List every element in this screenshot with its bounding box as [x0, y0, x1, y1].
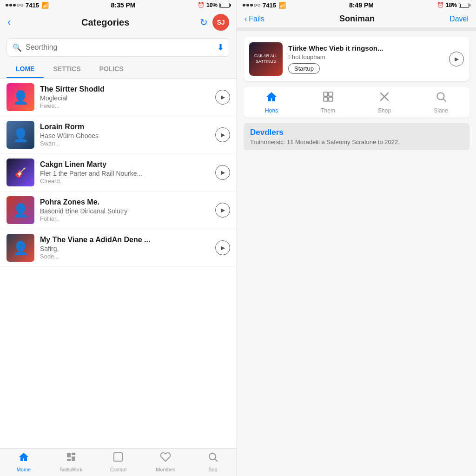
right-battery-body: [459, 3, 469, 8]
list-item[interactable]: 👤 My The Viane a AdidAn Dene ... Safirg,…: [0, 229, 237, 267]
list-info-2: Lorain Rorm Hase Wüirn Ghooes Swan...: [40, 123, 210, 147]
tab-polics[interactable]: POLICS: [90, 60, 133, 78]
nav-label-bag: Bag: [208, 467, 218, 472]
featured-thumb-text: CAILAR ALL SATTINUS: [251, 53, 281, 64]
list-item[interactable]: 👤 The Sirtter Shodld Moglecial Fwee... ▶: [0, 79, 237, 116]
nav-item-sallswork[interactable]: SallsWork: [47, 451, 95, 472]
list-sub1-5: Safirg,: [40, 245, 210, 252]
dot5: [20, 4, 23, 7]
tab-lome[interactable]: LOME: [7, 60, 44, 78]
right-battery-tip: [469, 4, 470, 7]
heart-icon: [160, 451, 171, 465]
shop-x-icon: [378, 91, 390, 106]
back-label: Fails: [249, 15, 264, 23]
right-tab-slane[interactable]: Slane: [434, 91, 448, 114]
featured-info: Tiirke Whec Vieb it ringson... Fhot loup…: [288, 44, 443, 74]
left-battery: [219, 3, 231, 8]
featured-play-button[interactable]: ▶: [449, 52, 464, 66]
play-button-5[interactable]: ▶: [215, 240, 230, 255]
svg-line-6: [215, 459, 218, 462]
left-status-bar: 7415 📶 8:35 PM ⏰ 10%: [0, 0, 237, 10]
dot1: [6, 4, 8, 7]
play-button-3[interactable]: ▶: [215, 165, 230, 180]
right-status-left: 7415 📶: [243, 2, 286, 9]
list-item[interactable]: 👤 Pohra Zones Me. Basonid Bine Diricanal…: [0, 192, 237, 229]
left-header: ‹ Categories ↻ SJ: [0, 10, 237, 34]
svg-rect-1: [72, 453, 75, 455]
battery-tip: [230, 4, 231, 7]
bag-search-icon: [207, 451, 218, 465]
list-sub2-2: Swan...: [40, 140, 210, 147]
them-icon: [322, 91, 334, 106]
wifi-icon: 📶: [41, 2, 49, 9]
right-status-right: ⏰ 18%: [437, 2, 470, 8]
list-sub1-3: Fler 1 the Parter and Raill Nourke...: [40, 170, 210, 177]
featured-subtitle: Fhot loupham: [288, 53, 443, 60]
left-title: Categories: [81, 17, 129, 28]
tab-settics[interactable]: SETTICS: [44, 60, 90, 78]
right-panel: 7415 📶 8:49 PM ⏰ 18% ‹ Fails Soniman Dav…: [237, 0, 476, 476]
search-bar[interactable]: 🔍 ⬇: [7, 38, 230, 57]
featured-thumb: CAILAR ALL SATTINUS: [249, 42, 283, 76]
svg-rect-0: [67, 453, 71, 457]
featured-title: Tiirke Whec Vieb it ringson...: [288, 44, 443, 52]
left-avatar[interactable]: SJ: [212, 14, 229, 31]
alarm-icon: ⏰: [198, 2, 205, 8]
list-sub2-4: Follier..: [40, 215, 210, 222]
list-info-1: The Sirtter Shodld Moglecial Fwee...: [40, 85, 210, 109]
play-button-4[interactable]: ▶: [215, 203, 230, 218]
svg-rect-10: [329, 97, 333, 101]
nav-item-bag[interactable]: Bag: [189, 451, 237, 472]
left-panel: 7415 📶 8:35 PM ⏰ 10% ‹ Categories ↻ SJ 🔍…: [0, 0, 237, 476]
list-thumb-2: 👤: [7, 121, 34, 149]
left-status-left: 7415 📶: [6, 2, 49, 9]
right-wifi-icon: 📶: [278, 2, 286, 9]
thumb-icon-3: 🎸: [15, 167, 26, 178]
left-bottom-nav: Mome SallsWork Contarl: [0, 448, 237, 476]
refresh-icon[interactable]: ↻: [200, 17, 208, 28]
nav-item-mome[interactable]: Mome: [0, 451, 47, 472]
left-battery-pct: 10%: [206, 2, 218, 8]
right-tab-them[interactable]: Them: [321, 91, 335, 114]
left-tabs-bar: LOME SETTICS POLICS: [0, 60, 237, 79]
list-title-3: Cakgn Linen Marty: [40, 160, 210, 169]
spacer: [237, 27, 476, 31]
right-carrier: 7415: [263, 2, 276, 9]
svg-line-14: [443, 99, 446, 102]
section-subtitle: Truinrmersic: 11 Moradelii a Safeomy Scr…: [250, 139, 463, 145]
nav-label-contarl: Contarl: [110, 467, 126, 472]
right-action-button[interactable]: Davel: [450, 15, 469, 23]
right-status-bar: 7415 📶 8:49 PM ⏰ 18%: [237, 0, 476, 10]
list-item[interactable]: 👤 Lorain Rorm Hase Wüirn Ghooes Swan... …: [0, 116, 237, 154]
play-button-2[interactable]: ▶: [215, 127, 230, 142]
thumb-person-4: 👤: [13, 203, 29, 218]
battery-body: [219, 3, 230, 8]
chevron-left-icon: ‹: [245, 15, 247, 23]
nav-item-monthes[interactable]: Monthes: [142, 451, 189, 472]
left-carrier: 7415: [26, 2, 39, 9]
thumb-person-1: 👤: [13, 90, 29, 105]
list-item[interactable]: 🎸 Cakgn Linen Marty Fler 1 the Parter an…: [0, 154, 237, 192]
right-battery: [459, 3, 470, 8]
search-input[interactable]: [26, 43, 213, 52]
svg-point-5: [209, 453, 216, 460]
right-time: 8:49 PM: [349, 1, 374, 9]
left-back-button[interactable]: ‹: [7, 16, 11, 28]
nav-label-sallswork: SallsWork: [60, 467, 82, 472]
left-list: 👤 The Sirtter Shodld Moglecial Fwee... ▶…: [0, 79, 237, 448]
battery-fill: [220, 4, 221, 7]
right-tab-shop[interactable]: Shop: [378, 91, 391, 114]
rdot4: [254, 4, 257, 7]
play-button-1[interactable]: ▶: [215, 90, 230, 105]
list-title-1: The Sirtter Shodld: [40, 85, 210, 93]
list-title-4: Pohra Zones Me.: [40, 198, 210, 206]
contarl-icon: [112, 451, 124, 465]
mic-icon[interactable]: ⬇: [217, 42, 224, 53]
nav-item-contarl[interactable]: Contarl: [95, 451, 142, 472]
right-signal-dots: [243, 4, 260, 7]
signal-dots: [6, 4, 23, 7]
list-sub2-5: Sode...: [40, 253, 210, 260]
startup-button[interactable]: Startup: [288, 63, 320, 74]
right-tab-hons[interactable]: Hons: [265, 91, 278, 114]
right-back-button[interactable]: ‹ Fails: [245, 15, 264, 23]
